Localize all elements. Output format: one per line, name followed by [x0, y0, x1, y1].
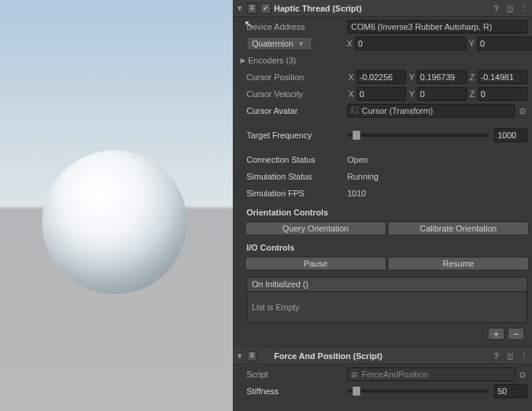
pause-button[interactable]: Pause	[245, 257, 386, 270]
foldout-icon[interactable]: ▼	[236, 352, 243, 360]
cs-script-icon: ▤	[351, 371, 359, 378]
device-address-label: Device Address	[247, 22, 346, 31]
conn-status-label: Connection Status	[247, 155, 346, 164]
sim-status-value: Running	[347, 172, 379, 181]
cursor-pos-z-field[interactable]	[478, 70, 527, 84]
sim-fps-label: Simulation FPS	[247, 189, 346, 198]
device-address-field[interactable]: COM6 (Inverse3 Rubber Autoharp, R)	[347, 20, 527, 34]
transform-icon: ⿺	[351, 107, 359, 115]
stiffness-field[interactable]	[494, 384, 527, 398]
cursor-vel-z-field[interactable]	[478, 87, 527, 101]
cursor-position-label: Cursor Position	[247, 73, 346, 82]
cursor-vel-x-field[interactable]	[356, 87, 406, 101]
menu-icon[interactable]: ⋮	[518, 3, 529, 13]
component-title: Force And Position (Script)	[274, 351, 488, 361]
script-field: ▤ ForceAndPosition	[347, 367, 515, 381]
quat-y-field[interactable]	[477, 37, 532, 50]
help-icon[interactable]: ?	[491, 4, 501, 13]
cursor-vel-y-field[interactable]	[417, 87, 466, 101]
scene-viewport[interactable]	[0, 0, 233, 411]
enable-checkbox[interactable]: ✓	[260, 3, 271, 14]
orientation-controls-title: Orientation Controls	[247, 208, 527, 217]
resume-button[interactable]: Resume	[388, 257, 529, 270]
rotation-mode-dropdown[interactable]: Quaternion ▼	[247, 37, 312, 50]
force-and-position-body: Script ▤ ForceAndPosition ⊙ Stiffness	[233, 364, 532, 403]
preset-icon[interactable]: ⍰	[505, 4, 515, 13]
sim-fps-value: 1010	[347, 189, 366, 198]
encoders-label: Encoders (3)	[248, 56, 347, 65]
remove-listener-button[interactable]: −	[508, 328, 524, 340]
event-empty-text: List is Empty	[247, 292, 527, 322]
on-initialized-event: On Initialized () List is Empty	[247, 277, 527, 323]
event-title: On Initialized ()	[247, 277, 527, 292]
cursor-velocity-label: Cursor Velocity	[247, 89, 346, 99]
target-frequency-slider[interactable]	[347, 134, 489, 137]
cursor-pos-x-field[interactable]	[356, 70, 406, 84]
component-title: Haptic Thread (Script)	[274, 4, 488, 13]
force-and-position-header[interactable]: ▼ # Force And Position (Script) ? ⍰ ⋮	[233, 348, 532, 364]
foldout-icon[interactable]: ▼	[236, 5, 243, 12]
target-frequency-label: Target Frequency	[247, 131, 346, 140]
scene-sphere	[42, 150, 187, 294]
script-icon: #	[247, 351, 257, 361]
encoders-foldout-icon[interactable]: ▶	[239, 57, 247, 64]
object-picker-icon[interactable]: ⊙	[517, 370, 527, 380]
script-label: Script	[247, 370, 346, 379]
stiffness-slider[interactable]	[347, 390, 489, 393]
cursor-pos-y-field[interactable]	[417, 70, 466, 84]
haptic-thread-header[interactable]: ▼ # ✓ Haptic Thread (Script) ? ⍰ ⋮	[233, 0, 532, 17]
haptic-thread-body: Device Address COM6 (Inverse3 Rubber Aut…	[233, 17, 532, 348]
stiffness-label: Stiffness	[247, 387, 346, 396]
add-listener-button[interactable]: +	[488, 328, 505, 340]
query-orientation-button[interactable]: Query Orientation	[245, 222, 386, 235]
cursor-avatar-field[interactable]: ⿺ Cursor (Transform)	[347, 104, 515, 118]
sim-status-label: Simulation Status	[247, 172, 346, 181]
help-icon[interactable]: ?	[491, 351, 501, 361]
script-icon: #	[247, 3, 257, 14]
inspector-panel: ▼ # ✓ Haptic Thread (Script) ? ⍰ ⋮ Devic…	[233, 0, 532, 411]
menu-icon[interactable]: ⋮	[518, 351, 529, 361]
calibrate-orientation-button[interactable]: Calibrate Orientation	[388, 222, 529, 235]
object-picker-icon[interactable]: ⊙	[517, 106, 527, 116]
preset-icon[interactable]: ⍰	[505, 351, 515, 361]
target-frequency-field[interactable]	[494, 128, 527, 142]
conn-status-value: Open	[347, 155, 368, 164]
cursor-avatar-label: Cursor Avatar	[247, 106, 346, 115]
quat-x-field[interactable]	[355, 37, 466, 50]
io-controls-title: I/O Controls	[247, 243, 527, 252]
chevron-down-icon: ▼	[298, 40, 304, 47]
